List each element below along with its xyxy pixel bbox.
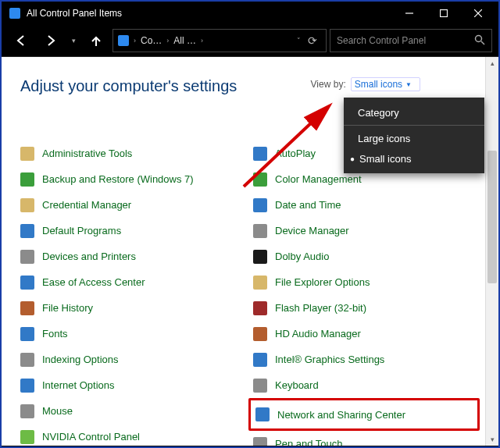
item-backup-restore[interactable]: Backup and Restore (Windows 7) [20, 166, 247, 192]
item-ease-of-access[interactable]: Ease of Access Center [20, 269, 247, 295]
font-icon [20, 327, 34, 341]
keyboard-icon [253, 379, 267, 393]
device-icon [253, 224, 267, 238]
back-button[interactable] [8, 30, 34, 52]
flash-icon [253, 301, 267, 315]
autoplay-icon [253, 147, 267, 161]
history-dropdown[interactable]: ▾ [67, 30, 80, 52]
view-by-dropdown[interactable]: Small icons ▼ [351, 77, 420, 91]
breadcrumb-seg-1[interactable]: Co… [141, 35, 162, 46]
item-internet-options[interactable]: Internet Options [20, 372, 247, 398]
items-column-right: AutoPlay Color Management Date and Time … [253, 140, 480, 446]
item-network-sharing-center[interactable]: Network and Sharing Center [248, 398, 480, 431]
maximize-button[interactable] [427, 2, 461, 25]
item-nvidia[interactable]: NVIDIA Control Panel [20, 424, 247, 446]
forward-button[interactable] [38, 30, 64, 52]
audio-icon [253, 327, 267, 341]
svg-point-4 [476, 35, 482, 41]
search-icon [474, 34, 485, 48]
svg-rect-1 [441, 10, 448, 17]
address-bar[interactable]: › Co… › All … › ˅ ⟳ [112, 29, 327, 52]
close-button[interactable] [461, 2, 495, 25]
breadcrumb-sep-icon: › [199, 37, 205, 44]
menu-item-small-icons[interactable]: ●Small icons [344, 148, 484, 169]
intel-icon [253, 353, 267, 367]
printer-icon [20, 250, 34, 264]
item-flash-player[interactable]: Flash Player (32-bit) [253, 295, 480, 321]
svg-line-5 [481, 41, 484, 44]
breadcrumb-seg-2[interactable]: All … [173, 35, 196, 46]
menu-item-category[interactable]: Category [344, 102, 484, 123]
view-by-menu: Category Large icons ●Small icons [344, 98, 484, 173]
item-administrative-tools[interactable]: Administrative Tools [20, 140, 247, 166]
menu-item-large-icons[interactable]: Large icons [344, 128, 484, 148]
item-default-programs[interactable]: Default Programs [20, 218, 247, 244]
pen-icon [253, 437, 267, 446]
address-icon [118, 35, 129, 46]
item-mouse[interactable]: Mouse [20, 398, 247, 424]
search-placeholder: Search Control Panel [337, 35, 426, 46]
view-by-label: View by: [311, 79, 346, 90]
item-credential-manager[interactable]: Credential Manager [20, 192, 247, 218]
globe-icon [20, 379, 34, 393]
network-icon [255, 407, 270, 421]
nvidia-icon [20, 430, 34, 444]
folder-options-icon [253, 276, 267, 290]
item-indexing-options[interactable]: Indexing Options [20, 347, 247, 372]
item-dolby-audio[interactable]: Dolby Audio [253, 244, 480, 269]
up-button[interactable] [83, 30, 109, 52]
item-date-time[interactable]: Date and Time [253, 192, 480, 218]
titlebar: All Control Panel Items [2, 2, 498, 25]
programs-icon [20, 224, 34, 238]
chevron-down-icon: ▼ [405, 81, 412, 88]
clock-icon [253, 198, 267, 212]
item-file-history[interactable]: File History [20, 295, 247, 321]
item-hd-audio[interactable]: HD Audio Manager [253, 321, 480, 347]
dolby-icon [253, 250, 267, 264]
search-input[interactable]: Search Control Panel [330, 29, 492, 52]
color-icon [253, 172, 267, 187]
menu-separator [344, 125, 484, 126]
window-title: All Control Panel Items [27, 8, 122, 19]
breadcrumb-sep-icon: › [165, 37, 170, 44]
selected-bullet-icon: ● [347, 155, 358, 163]
items-column-left: Administrative Tools Backup and Restore … [20, 140, 247, 446]
breadcrumb-sep-icon: › [132, 37, 138, 44]
content-area: ▴ ▾ Adjust your computer's settings View… [2, 57, 498, 446]
item-file-explorer-options[interactable]: File Explorer Options [253, 269, 480, 295]
item-pen-touch[interactable]: Pen and Touch [253, 431, 480, 446]
history-icon [20, 301, 34, 315]
window-frame: All Control Panel Items ▾ › Co… › All … … [0, 0, 500, 448]
item-fonts[interactable]: Fonts [20, 321, 247, 347]
backup-icon [20, 172, 34, 187]
control-panel-icon [9, 8, 20, 19]
view-by-current: Small icons [355, 79, 402, 90]
index-icon [20, 353, 34, 367]
item-device-manager[interactable]: Device Manager [253, 218, 480, 244]
minimize-button[interactable] [392, 2, 427, 25]
navigation-bar: ▾ › Co… › All … › ˅ ⟳ Search Control Pan… [2, 25, 498, 57]
item-intel-graphics[interactable]: Intel® Graphics Settings [253, 347, 480, 372]
item-keyboard[interactable]: Keyboard [253, 372, 480, 398]
folder-icon [20, 147, 34, 161]
mouse-icon [20, 404, 34, 418]
accessibility-icon [20, 276, 34, 290]
item-devices-printers[interactable]: Devices and Printers [20, 244, 247, 269]
address-dropdown-icon[interactable]: ˅ [297, 37, 301, 44]
safe-icon [20, 198, 34, 212]
refresh-button[interactable]: ⟳ [304, 34, 321, 47]
